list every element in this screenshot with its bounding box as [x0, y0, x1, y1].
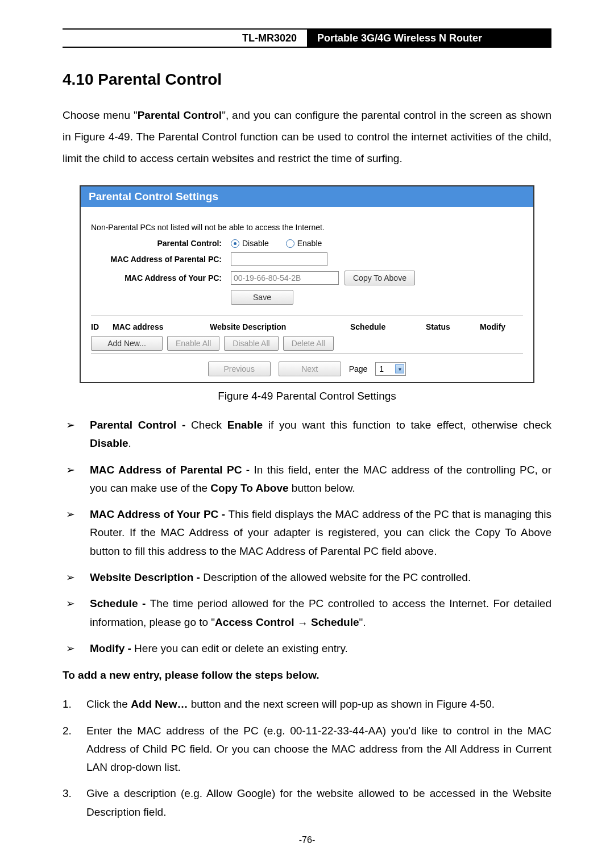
copy-to-above-button[interactable]: Copy To Above	[345, 271, 415, 285]
bullet-icon: ➢	[63, 595, 90, 632]
definition-item: ➢MAC Address of Parental PC - In this fi…	[63, 461, 551, 498]
steps-list: 1.Click the Add New… button and the next…	[63, 695, 551, 821]
add-new-button[interactable]: Add New...	[91, 336, 163, 351]
table-action-row: Add New... Enable All Disable All Delete…	[91, 336, 523, 351]
product-name: Portable 3G/4G Wireless N Router	[307, 30, 551, 47]
pager: Previous Next Page 1 ▾	[91, 353, 523, 379]
row-parental-control: Parental Control: Disable Enable	[91, 239, 523, 248]
panel-title: Parental Control Settings	[81, 186, 533, 207]
bullet-icon: ➢	[63, 639, 90, 658]
bullet-icon: ➢	[63, 568, 90, 587]
definition-item: ➢Modify - Here you can edit or delete an…	[63, 639, 551, 658]
radio-dot-icon	[286, 239, 294, 248]
label-parental-control: Parental Control:	[91, 239, 231, 248]
disable-all-button[interactable]: Disable All	[224, 336, 278, 351]
step-number: 2.	[63, 722, 86, 777]
figure-4-49: Parental Control Settings Non-Parental P…	[80, 185, 534, 383]
col-sched: Schedule	[350, 322, 426, 331]
radio-disable[interactable]: Disable	[231, 239, 269, 248]
steps-heading: To add a new entry, please follow the st…	[63, 669, 551, 682]
row-mac-your: MAC Address of Your PC: 00-19-66-80-54-2…	[91, 271, 523, 285]
definition-item: ➢Website Description - Description of th…	[63, 568, 551, 587]
figure-caption: Figure 4-49 Parental Control Settings	[63, 390, 551, 402]
intro-paragraph: Choose menu "Parental Control", and you …	[63, 105, 551, 169]
input-mac-your[interactable]: 00-19-66-80-54-2B	[231, 271, 339, 285]
model-number: TL-MR3020	[63, 30, 307, 47]
delete-all-button[interactable]: Delete All	[283, 336, 334, 351]
section-heading: 4.10 Parental Control	[63, 70, 551, 89]
col-mac: MAC address	[113, 322, 210, 331]
bullet-icon: ➢	[63, 461, 90, 498]
page-select[interactable]: 1 ▾	[375, 362, 406, 376]
definition-list: ➢Parental Control - Check Enable if you …	[63, 416, 551, 658]
radio-dot-icon	[231, 239, 239, 248]
page-label: Page	[349, 364, 368, 373]
page-number: -76-	[0, 835, 614, 845]
col-status: Status	[426, 322, 480, 331]
next-button[interactable]: Next	[279, 362, 341, 376]
doc-header: TL-MR3020 Portable 3G/4G Wireless N Rout…	[63, 28, 551, 48]
definition-item: ➢Schedule - The time period allowed for …	[63, 595, 551, 632]
divider	[91, 315, 523, 315]
parental-control-panel: Parental Control Settings Non-Parental P…	[80, 185, 534, 383]
chevron-down-icon: ▾	[395, 364, 404, 373]
input-mac-parental[interactable]	[231, 252, 327, 266]
row-mac-parental: MAC Address of Parental PC:	[91, 252, 523, 266]
definition-item: ➢Parental Control - Check Enable if you …	[63, 416, 551, 453]
bullet-icon: ➢	[63, 416, 90, 453]
step-item: 3.Give a description (e.g. Allow Google)…	[63, 784, 551, 821]
col-desc: Website Description	[210, 322, 350, 331]
panel-notice: Non-Parental PCs not listed will not be …	[91, 223, 523, 232]
row-save: Save	[91, 290, 523, 305]
definition-item: ➢MAC Address of Your PC - This field dis…	[63, 505, 551, 560]
col-id: ID	[91, 322, 113, 331]
bullet-icon: ➢	[63, 505, 90, 560]
enable-all-button[interactable]: Enable All	[167, 336, 219, 351]
save-button[interactable]: Save	[231, 290, 293, 305]
label-mac-parental: MAC Address of Parental PC:	[91, 255, 231, 264]
label-mac-your: MAC Address of Your PC:	[91, 273, 231, 283]
radio-enable[interactable]: Enable	[286, 239, 322, 248]
step-item: 1.Click the Add New… button and the next…	[63, 695, 551, 713]
previous-button[interactable]: Previous	[208, 362, 271, 376]
step-number: 3.	[63, 784, 86, 821]
col-modify: Modify	[480, 322, 523, 331]
step-number: 1.	[63, 695, 86, 713]
table-header: ID MAC address Website Description Sched…	[91, 322, 523, 331]
step-item: 2.Enter the MAC address of the PC (e.g. …	[63, 722, 551, 777]
